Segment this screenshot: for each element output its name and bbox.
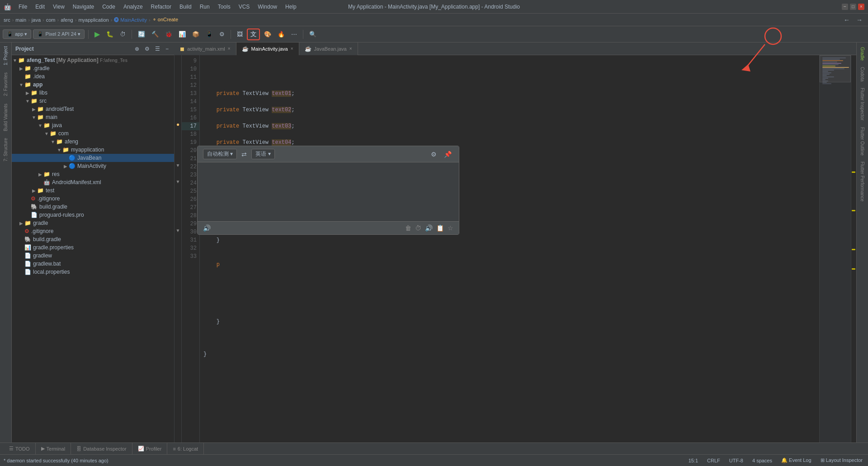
minimap-viewport[interactable] [820, 55, 851, 82]
avd-button[interactable]: 📱 [203, 29, 215, 39]
tree-item-app[interactable]: ▼ 📁 app [12, 81, 174, 89]
breakpoint-17-icon[interactable]: ● [176, 121, 179, 128]
translate-settings-button[interactable]: ⚙ [429, 150, 439, 159]
tree-item-gradlewbat[interactable]: 📄 gradlew.bat [12, 260, 174, 268]
search-everywhere-button[interactable]: 🔍 [307, 29, 319, 39]
target-lang-selector[interactable]: 英语 ▾ [251, 149, 274, 159]
tree-item-proguard[interactable]: 📄 proguard-rules.pro [12, 211, 174, 219]
menu-tools[interactable]: Tools [214, 3, 234, 11]
menu-analyze[interactable]: Analyze [120, 3, 146, 11]
terminal-tab[interactable]: ▶ Terminal [36, 443, 71, 455]
tree-item-idea[interactable]: 📁 .idea [12, 72, 174, 81]
tree-item-java[interactable]: ▼ 📁 java [12, 121, 174, 129]
event-log-button[interactable]: 🔔 Event Log [779, 457, 813, 463]
layout-inspector-button[interactable]: ⊞ Layout Inspector [819, 457, 864, 463]
run-button[interactable]: ▶ [92, 29, 102, 40]
menu-code[interactable]: Code [99, 3, 119, 11]
translate-body[interactable] [198, 162, 459, 221]
gradle-tab[interactable]: Gradle [859, 44, 866, 63]
tree-item-javabean[interactable]: 🔵 JavaBean [12, 154, 174, 162]
database-inspector-tab[interactable]: 🗄 Database Inspector [71, 443, 132, 455]
menu-build[interactable]: Build [176, 3, 195, 11]
favorite-translation-button[interactable]: ☆ [448, 224, 453, 232]
tab-close-javabean[interactable]: × [349, 46, 352, 51]
menu-view[interactable]: View [49, 3, 68, 11]
source-lang-selector[interactable]: 自动检测 ▾ [203, 149, 237, 159]
tab-javabean[interactable]: ☕ JavaBean.java × [299, 43, 358, 55]
tree-item-gradle-root[interactable]: ▶ 📁 gradle [12, 219, 174, 227]
menu-run[interactable]: Run [196, 3, 213, 11]
menu-vcs[interactable]: VCS [235, 3, 254, 11]
analyze-button[interactable]: 📊 [176, 29, 188, 39]
tree-item-afeng[interactable]: ▼ 📁 afeng [12, 138, 174, 146]
project-close-button[interactable]: − [164, 45, 170, 53]
breadcrumb-src[interactable]: src [4, 17, 10, 23]
target-audio-icon[interactable]: 🔊 [425, 224, 433, 232]
project-tab[interactable]: 1: Project [2, 43, 9, 69]
tree-item-libs[interactable]: ▶ 📁 libs [12, 89, 174, 97]
cursor-position[interactable]: 15:1 [687, 458, 700, 463]
layout-editor-button[interactable]: 🖼 [235, 29, 245, 39]
delete-translation-button[interactable]: 🗑 [405, 224, 411, 232]
breadcrumb-com[interactable]: com [46, 17, 56, 23]
debug-button[interactable]: 🐛 [104, 29, 116, 39]
menu-edit[interactable]: Edit [32, 3, 48, 11]
tree-item-mainactivity[interactable]: ▶ 🔵 MainActivity [12, 162, 174, 170]
source-audio-icon[interactable]: 🔊 [203, 224, 211, 232]
copy-translation-button[interactable]: 📋 [436, 224, 444, 232]
menu-window[interactable]: Window [254, 3, 281, 11]
tree-item-gradlew[interactable]: 📄 gradlew [12, 252, 174, 260]
translate-swap-button[interactable]: ⇄ [241, 150, 248, 159]
sdk-button[interactable]: 📦 [190, 29, 202, 39]
tree-item-gitignore-root[interactable]: ⚙ .gitignore [12, 227, 174, 235]
tree-item-androidtest[interactable]: ▶ 📁 androidTest [12, 105, 174, 113]
tree-item-root[interactable]: ▼ 📁 afeng_Test [My Application] F:\afeng… [12, 56, 174, 64]
close-button[interactable]: × [858, 4, 864, 10]
pixel-selector[interactable]: 📱 Pixel 2 API 24 ▾ [33, 29, 85, 39]
build-variants-tab[interactable]: Build Variants [2, 100, 9, 135]
profiler-tab[interactable]: 📈 Profiler [132, 443, 168, 455]
device-selector[interactable]: 📱 app ▾ [3, 29, 31, 39]
tree-item-gitignore-app[interactable]: ⚙ .gitignore [12, 195, 174, 203]
tree-item-src[interactable]: ▼ 📁 src [12, 97, 174, 105]
tree-item-buildgradle-root[interactable]: 🐘 build.gradle [12, 235, 174, 243]
codota-tab[interactable]: Codota [859, 64, 866, 84]
breadcrumb-myapplication[interactable]: myapplication [78, 17, 108, 23]
tree-item-com[interactable]: ▼ 📁 com [12, 129, 174, 138]
maximize-button[interactable]: □ [850, 4, 856, 10]
indent-setting[interactable]: 4 spaces [750, 458, 774, 463]
flutter-inspector-tab[interactable]: Flutter Inspector [859, 85, 866, 123]
menu-help[interactable]: Help [282, 3, 300, 11]
tab-activity-main[interactable]: ◼ activity_main.xml × [175, 43, 236, 55]
nav-forward-button[interactable]: → [854, 15, 864, 24]
bug-button[interactable]: 🐞 [163, 29, 175, 39]
todo-tab[interactable]: ☰ TODO [4, 443, 36, 455]
device-manager-button[interactable]: ⚙ [217, 29, 227, 39]
code-content[interactable]: private TextView text01; private TextVie… [200, 55, 856, 442]
tree-item-gradleprops[interactable]: 📊 gradle.properties [12, 243, 174, 252]
encoding[interactable]: UTF-8 [727, 458, 745, 463]
history-button[interactable]: ⏱ [415, 224, 421, 232]
logcat-tab[interactable]: ≡ 6: Logcat [167, 443, 204, 455]
tree-item-manifest[interactable]: 🤖 AndroidManifest.xml [12, 178, 174, 186]
breadcrumb-afeng[interactable]: afeng [61, 17, 73, 23]
tree-item-test[interactable]: ▶ 📁 test [12, 186, 174, 195]
project-gear-button[interactable]: ☰ [153, 45, 162, 53]
menu-navigate[interactable]: Navigate [69, 3, 98, 11]
fold-30-icon[interactable]: ▼ [176, 228, 180, 233]
breadcrumb-java[interactable]: java [32, 17, 41, 23]
firebase-button[interactable]: 🔥 [275, 29, 287, 39]
structure-tab[interactable]: 7: Structure [2, 134, 9, 165]
fold-24-icon[interactable]: ▼ [176, 179, 180, 184]
translate-button[interactable]: 文 [247, 29, 260, 40]
flutter-performance-tab[interactable]: Flutter Performance [859, 159, 866, 204]
translate-pin-button[interactable]: 📌 [442, 150, 453, 159]
tab-close-activity[interactable]: × [228, 46, 231, 51]
menu-refactor[interactable]: Refactor [147, 3, 175, 11]
tab-close-mainactivity[interactable]: × [291, 46, 293, 51]
breadcrumb-oncreate[interactable]: ⚬ onCreate [152, 17, 178, 23]
project-new-button[interactable]: ⊕ [133, 45, 141, 53]
tree-item-buildgradle-app[interactable]: 🐘 build.gradle [12, 203, 174, 211]
flutter-outline-tab[interactable]: Flutter Outline [859, 124, 866, 158]
minimize-button[interactable]: − [842, 4, 848, 10]
